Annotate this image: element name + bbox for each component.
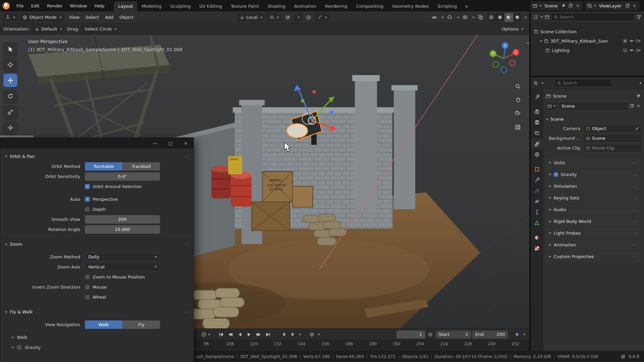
- properties-editor-icon[interactable]: [533, 81, 538, 85]
- region-collapse-icon[interactable]: ◂: [527, 41, 529, 45]
- panel-animation[interactable]: ▸ Animation ::::: [545, 239, 641, 250]
- frame-start-field[interactable]: Start 1: [436, 330, 471, 339]
- camera-field[interactable]: Object: [584, 125, 641, 133]
- workspace-tab-rendering[interactable]: Rendering: [321, 1, 352, 11]
- visibility-dropdown[interactable]: ▾: [442, 16, 443, 19]
- zoom-icon[interactable]: [513, 81, 523, 91]
- frame-end-field[interactable]: End 250: [472, 330, 508, 339]
- tab-texture-icon[interactable]: [531, 243, 543, 253]
- pan-hand-icon[interactable]: [513, 95, 523, 105]
- display-mode-icon[interactable]: [545, 15, 549, 19]
- menu-render[interactable]: Render: [44, 2, 66, 10]
- gravity-enable-checkbox[interactable]: ✓: [554, 172, 558, 177]
- active-clip-field[interactable]: Movie Clip: [584, 144, 641, 152]
- view-navigation-fly[interactable]: Fly: [122, 320, 160, 329]
- hide-eye-icon[interactable]: [629, 39, 634, 43]
- panel-units[interactable]: ▸ Units ::::: [545, 157, 641, 168]
- copy-icon[interactable]: [568, 3, 574, 9]
- global-orientation-dropdown[interactable]: Default ▾: [32, 25, 65, 34]
- tab-world-icon[interactable]: [531, 149, 543, 159]
- panel-audio[interactable]: ▸ Audio ::::: [545, 204, 641, 215]
- current-frame-field[interactable]: 1: [396, 330, 425, 339]
- disable-render-camera-icon[interactable]: [636, 48, 641, 53]
- panel-custom-properties[interactable]: ▸ Custom Properties ::::: [545, 251, 641, 262]
- window-maximize-button[interactable]: □: [163, 138, 178, 148]
- viewport-menu-add[interactable]: Add: [102, 13, 116, 21]
- tab-output-icon[interactable]: [531, 117, 543, 127]
- tab-object-icon[interactable]: [531, 164, 543, 174]
- gizmos-dropdown[interactable]: ▾: [457, 16, 459, 19]
- prev-frame-button[interactable]: [279, 330, 288, 339]
- tab-render-icon[interactable]: [531, 107, 543, 116]
- shading-dropdown[interactable]: ▾: [525, 16, 527, 19]
- tab-particles-icon[interactable]: [531, 186, 543, 195]
- workspace-tab-modeling[interactable]: Modeling: [137, 1, 166, 11]
- properties-search-input[interactable]: [563, 80, 609, 85]
- pin-icon[interactable]: [561, 3, 567, 9]
- panel-keying-sets[interactable]: ▸ Keying Sets ::::: [545, 192, 641, 203]
- pivot-point-dropdown[interactable]: ▾: [267, 13, 281, 22]
- scene-panel-header[interactable]: ▾ Scene: [545, 115, 641, 124]
- zoom-to-mouse-checkbox[interactable]: [85, 275, 90, 280]
- snap-settings-dropdown[interactable]: ▾: [294, 13, 302, 22]
- overlays-dropdown[interactable]: ▾: [473, 16, 474, 19]
- blender-logo-icon[interactable]: [3, 2, 10, 9]
- rotation-angle-field[interactable]: 15.000: [85, 225, 160, 234]
- outliner-search-input[interactable]: [559, 14, 632, 19]
- exclude-checkbox[interactable]: [623, 48, 627, 53]
- falloff-dropdown[interactable]: ▾: [315, 13, 329, 22]
- rotate-tool[interactable]: [3, 89, 17, 103]
- filter-funnel-icon[interactable]: [637, 15, 641, 19]
- camera-view-icon[interactable]: [513, 108, 523, 118]
- viewport-menu-object[interactable]: Object: [116, 13, 137, 21]
- mode-dropdown[interactable]: Object Mode ▾: [20, 13, 64, 22]
- section-grip-icon[interactable]: ::::: [183, 310, 190, 314]
- workspace-tab-layout[interactable]: Layout: [114, 1, 137, 11]
- remove-viewlayer-icon[interactable]: ×: [632, 3, 637, 9]
- unlink-scene-icon[interactable]: ×: [575, 3, 581, 9]
- scene-name-field[interactable]: Scene: [558, 102, 628, 110]
- shading-rendered-button[interactable]: [513, 13, 522, 22]
- next-frame-button[interactable]: [289, 330, 297, 339]
- properties-search[interactable]: [555, 79, 612, 87]
- toggle-perspective-grid-icon[interactable]: [513, 122, 523, 132]
- use-preview-range-icon[interactable]: [426, 330, 435, 339]
- zoom-method-dropdown[interactable]: Dolly ▾: [85, 253, 160, 261]
- orbit-sensitivity-field[interactable]: 0.4°: [85, 172, 160, 181]
- frame-jump-dropdown[interactable]: ▾: [299, 333, 301, 336]
- shading-wireframe-button[interactable]: [487, 13, 496, 22]
- editor-type-dropdown[interactable]: ▾: [3, 13, 18, 22]
- menu-window[interactable]: Window: [66, 2, 90, 10]
- panel-simulation[interactable]: ▸ Simulation ::::: [545, 181, 641, 191]
- collection-row-lighting[interactable]: Lighting: [531, 46, 644, 55]
- overlays-icon[interactable]: [461, 13, 470, 22]
- section-grip-icon[interactable]: ::::: [183, 154, 190, 159]
- scene-browse-dropdown[interactable]: ▾: [545, 102, 557, 110]
- orbit-method-trackball[interactable]: Trackball: [122, 162, 160, 171]
- shading-material-button[interactable]: [504, 13, 513, 22]
- select-box-tool[interactable]: [3, 42, 17, 56]
- scale-tool[interactable]: [3, 105, 17, 119]
- auto-perspective-checkbox[interactable]: ✓: [85, 197, 90, 202]
- gizmos-icon[interactable]: [445, 13, 454, 22]
- move-tool[interactable]: [3, 74, 17, 87]
- background-field[interactable]: Scene: [584, 134, 641, 142]
- transform-tool[interactable]: [3, 121, 17, 134]
- disable-render-camera-icon[interactable]: [636, 39, 641, 43]
- jump-to-start-button[interactable]: [217, 330, 225, 339]
- workspace-tab-texture-paint[interactable]: Texture Paint: [226, 1, 263, 11]
- workspace-tab-scripting[interactable]: Scripting: [433, 1, 462, 11]
- section-orbit-pan[interactable]: ▾ Orbit & Pan ::::: [0, 151, 194, 161]
- properties-options-dropdown[interactable]: ▾: [640, 81, 641, 85]
- auto-depth-checkbox[interactable]: [85, 207, 90, 212]
- invert-mouse-checkbox[interactable]: [85, 285, 90, 290]
- outliner-search[interactable]: [551, 13, 635, 21]
- outliner-editor-dropdown[interactable]: ▾: [541, 15, 543, 19]
- next-keyframe-button[interactable]: [254, 330, 263, 339]
- proportional-editing-toggle[interactable]: [304, 13, 313, 22]
- visibility-icon[interactable]: [430, 13, 439, 22]
- tab-material-icon[interactable]: [531, 233, 543, 242]
- tab-tool-icon[interactable]: [531, 92, 543, 102]
- menu-edit[interactable]: Edit: [28, 2, 43, 10]
- pin-icon[interactable]: [636, 94, 641, 98]
